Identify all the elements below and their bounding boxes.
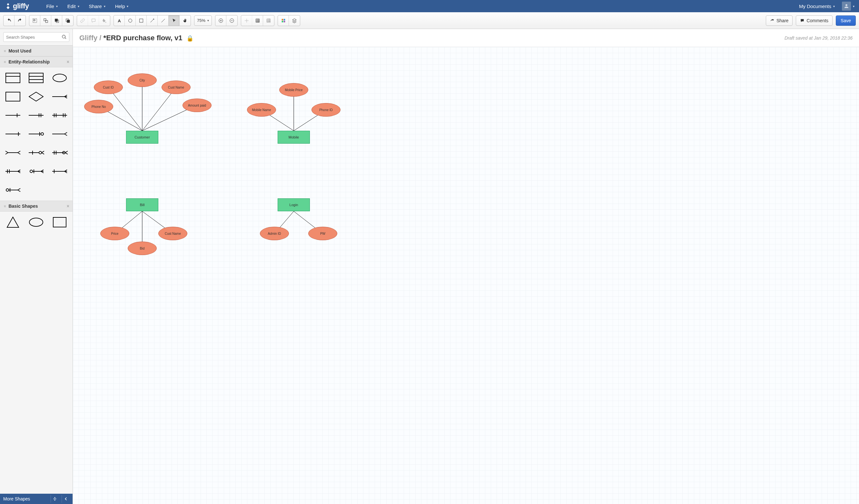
bring-front-button[interactable] [51, 15, 62, 26]
zoom-in-button[interactable] [215, 15, 226, 26]
erd-attr-cust-name[interactable]: Cust Name [162, 80, 191, 94]
svg-point-8 [128, 19, 132, 22]
save-button[interactable]: Save [836, 15, 856, 26]
erd-attr-mobile-name[interactable]: Mobile Name [247, 103, 276, 116]
erd-attr-phone-no[interactable]: Phone No [84, 100, 113, 113]
shape-er-line-bar[interactable] [2, 108, 24, 123]
shape-er-line-plain[interactable] [2, 127, 24, 141]
collapse-icon [52, 497, 57, 501]
caret-down-icon: ▾ [833, 4, 835, 8]
connector-tool-button[interactable] [147, 15, 158, 26]
shape-er-line-crow-circle[interactable] [25, 145, 47, 160]
text-tool-button[interactable] [114, 15, 125, 26]
grid-button[interactable] [252, 15, 263, 26]
send-back-button[interactable] [62, 15, 73, 26]
app-logo: gliffy [4, 2, 29, 10]
shape-er-line-doublebar[interactable] [25, 108, 47, 123]
close-icon[interactable]: × [67, 204, 69, 209]
layers-button[interactable] [289, 15, 300, 26]
shape-er-line-crow[interactable] [49, 89, 71, 104]
shapes-sidebar: ≡Most Used ≡Entity-Relationship× [0, 29, 73, 504]
guides-button[interactable] [263, 15, 274, 26]
search-input[interactable] [3, 32, 69, 42]
menu-my-documents[interactable]: My Documents▾ [795, 2, 839, 11]
theme-button[interactable] [278, 15, 289, 26]
zoom-out-button[interactable] [226, 15, 237, 26]
erd-entity-login[interactable]: Login [277, 199, 310, 211]
entity-label: Bill [140, 203, 145, 207]
breadcrumb-root[interactable]: Gliffy [79, 34, 97, 42]
menu-share[interactable]: Share▾ [85, 2, 110, 11]
hand-icon [182, 18, 188, 23]
erd-entity-bill[interactable]: Bill [126, 199, 158, 211]
shape-er-rect[interactable] [2, 89, 24, 104]
erd-attr-admin-id[interactable]: Admin ID [260, 227, 289, 240]
erd-entity-mobile[interactable]: Mobile [277, 131, 310, 144]
shape-er-line-circle[interactable] [25, 127, 47, 141]
shape-er-ellipse[interactable] [49, 70, 71, 85]
chevron-left-icon [63, 497, 68, 501]
ellipse-tool-button[interactable] [125, 15, 136, 26]
more-shapes-button[interactable]: More Shapes [3, 496, 30, 501]
shape-ellipse[interactable] [25, 215, 47, 230]
document-title[interactable]: *ERD purchase flow, v1 [104, 34, 182, 42]
menu-edit[interactable]: Edit▾ [63, 2, 84, 11]
erd-attr-bid[interactable]: Bid [128, 241, 157, 255]
shape-er-line-crow-both[interactable] [2, 145, 24, 160]
shape-er-table[interactable] [2, 70, 24, 85]
erd-attr-city[interactable]: City [128, 74, 157, 87]
search-shapes-field[interactable] [3, 32, 69, 42]
diagram-layer[interactable]: Customer Phone No Cust ID City Cust Name… [73, 47, 589, 337]
pan-tool-button[interactable] [180, 15, 191, 26]
erd-attr-pw[interactable]: PW [308, 227, 337, 240]
close-icon[interactable]: × [67, 59, 69, 64]
caret-down-icon[interactable]: ▾ [853, 4, 855, 8]
shape-er-line-doublebar-both[interactable] [49, 108, 71, 123]
document-header: Gliffy / *ERD purchase flow, v1 🔒 Draft … [73, 29, 859, 47]
caret-down-icon: ▾ [78, 4, 79, 8]
erd-attr-amount-paid[interactable]: Amount paid [182, 98, 212, 112]
undo-button[interactable] [3, 15, 15, 26]
redo-button[interactable] [15, 15, 26, 26]
menu-file[interactable]: File▾ [42, 2, 62, 11]
canvas-scroll[interactable]: Customer Phone No Cust ID City Cust Name… [73, 47, 859, 504]
shape-triangle[interactable] [2, 215, 24, 230]
erd-attr-cust-id[interactable]: Cust ID [94, 80, 123, 94]
rect-tool-button[interactable] [136, 15, 147, 26]
svg-line-66 [142, 87, 176, 131]
erd-entity-customer[interactable]: Customer [126, 131, 158, 144]
shape-er-line-circle-crow-both[interactable] [25, 164, 47, 179]
shape-er-line-bar-crow[interactable] [49, 164, 71, 179]
comments-button[interactable]: Comments [796, 15, 832, 26]
shape-er-table-rows[interactable] [25, 70, 47, 85]
line-tool-button[interactable] [158, 15, 169, 26]
menu-help[interactable]: Help▾ [110, 2, 133, 11]
paint-format-button [99, 15, 110, 26]
collapse-sections-button[interactable] [51, 495, 58, 503]
zoom-select[interactable]: 75%▾ [194, 15, 212, 26]
shape-er-diamond[interactable] [25, 89, 47, 104]
erd-attr-cust-name-2[interactable]: Cust Name [158, 227, 187, 240]
ungroup-button[interactable] [40, 15, 51, 26]
svg-rect-13 [283, 19, 285, 20]
pointer-tool-button[interactable] [169, 15, 180, 26]
guides-icon [266, 18, 271, 23]
erd-attr-price[interactable]: Price [100, 227, 129, 240]
group-icon [32, 18, 37, 23]
shape-er-line-bar-crow-both[interactable] [2, 164, 24, 179]
erd-attr-mobile-price[interactable]: Mobile Price [279, 83, 308, 97]
shape-er-line-circle-bar-crow[interactable] [2, 183, 24, 198]
section-entity-relationship[interactable]: ≡Entity-Relationship× [0, 56, 73, 67]
erd-attr-phone-id[interactable]: Phone ID [312, 103, 341, 116]
attr-label: Phone ID [319, 108, 333, 112]
front-icon [54, 18, 59, 23]
shape-rectangle[interactable] [49, 215, 71, 230]
group-button[interactable] [29, 15, 40, 26]
section-most-used[interactable]: ≡Most Used [0, 45, 73, 56]
shape-er-line-crow-bar-both[interactable] [49, 145, 71, 160]
section-basic-shapes[interactable]: ≡Basic Shapes× [0, 201, 73, 211]
shape-er-line-crow2[interactable] [49, 127, 71, 141]
collapse-sidebar-button[interactable] [62, 495, 69, 503]
share-button[interactable]: Share [766, 15, 793, 26]
user-avatar[interactable] [842, 2, 851, 11]
